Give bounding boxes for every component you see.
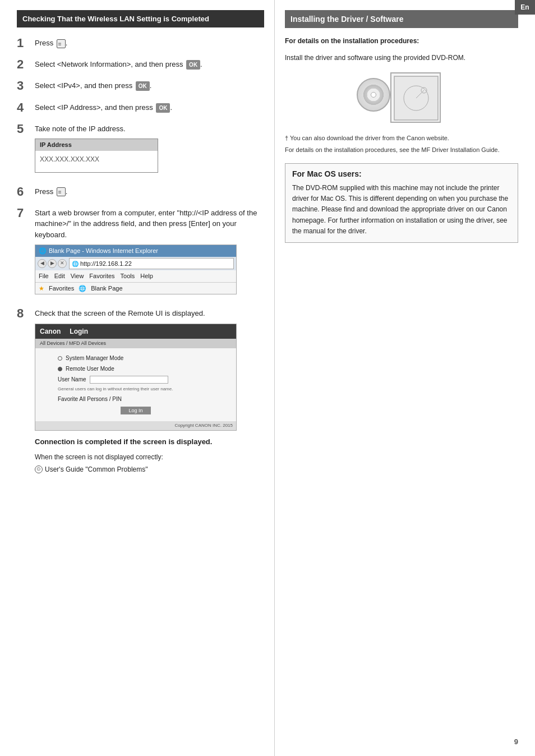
step-6-number: 6 [17, 185, 35, 199]
browser-back-btn: ◀ [38, 259, 47, 268]
remoteui-login-button[interactable]: Log In [121, 407, 150, 414]
browser-toolbar: ◀ ▶ ✕ 🌐 http://192.168.1.22 [35, 257, 236, 271]
step-8-content: Check that the screen of the Remote UI i… [35, 307, 264, 474]
step-8: 8 Check that the screen of the Remote UI… [17, 307, 264, 474]
left-column: Checking That the Wireless LAN Setting i… [0, 0, 275, 756]
step-1: 1 Press . [17, 36, 264, 50]
step-2-text: Select <Network Information>, and then p… [35, 60, 183, 68]
step-4-number: 4 [17, 101, 35, 114]
ok-btn-4: OK [156, 103, 170, 113]
left-section-header: Checking That the Wireless LAN Setting i… [17, 10, 264, 27]
remoteui-pin-row: Favorite All Persons / PIN [58, 395, 214, 403]
remoteui-system-manager-label: System Manager Mode [66, 354, 123, 362]
remoteui-pin-label: Favorite All Persons / PIN [58, 395, 122, 403]
remoteui-username-input [90, 376, 168, 384]
menu-icon-1 [57, 39, 66, 48]
step-3-content: Select <IPv4>, and then press OK. [35, 79, 264, 91]
browser-title-bar: 🌐 Blank Page - Windows Internet Explorer [35, 245, 236, 257]
install-subtitle-strong: For details on the installation procedur… [285, 37, 419, 45]
step-2-content: Select <Network Information>, and then p… [35, 58, 264, 70]
right-header-text: Installing the Driver / Software [290, 15, 404, 24]
dvd-disc [357, 78, 390, 112]
remoteui-login-heading: Login [70, 326, 88, 336]
step-3-number: 3 [17, 79, 35, 93]
step-7-number: 7 [17, 206, 35, 220]
step-1-text: Press [35, 39, 53, 47]
guide-reference: ⊙ User's Guide "Common Problems" [35, 464, 264, 474]
guide-ref-text: User's Guide "Common Problems" [45, 464, 148, 474]
step-6: 6 Press . [17, 185, 264, 199]
browser-title-text: Blank Page - Windows Internet Explorer [49, 246, 158, 256]
remoteui-username-label: User Name [58, 375, 86, 384]
step-4: 4 Select <IP Address>, and then press OK… [17, 101, 264, 114]
step-6-content: Press . [35, 185, 264, 197]
remoteui-body: System Manager Mode Remote User Mode Use… [35, 348, 236, 421]
remoteui-note: General users can log in without enterin… [58, 386, 214, 393]
install-subtitle: For details on the installation procedur… [285, 36, 518, 46]
browser-nav-buttons: ◀ ▶ ✕ [38, 259, 67, 268]
remoteui-radio-system [58, 356, 62, 361]
dvd-image [357, 70, 446, 126]
dagger-note: † You can also download the driver from … [285, 133, 518, 143]
browser-menu-tools: Tools [121, 271, 135, 281]
macos-text: The DVD-ROM supplied with this machine m… [292, 183, 511, 237]
step-7-text: Start a web browser from a computer, ent… [35, 209, 257, 239]
browser-url-text: http://192.168.1.22 [80, 259, 132, 269]
install-description: Install the driver and software using th… [285, 53, 518, 63]
browser-address-bar: 🌐 http://192.168.1.22 [69, 258, 234, 270]
not-displayed-note: When the screen is not displayed correct… [35, 452, 264, 462]
favorites-star-icon: ★ [39, 284, 44, 293]
menu-icon-6 [57, 187, 66, 196]
remoteui-row-system-manager: System Manager Mode [58, 354, 214, 362]
remoteui-brand: Canon [40, 326, 61, 336]
remoteui-subheader: All Devices / MFD All Devices [35, 339, 236, 349]
step-8-text: Check that the screen of the Remote UI i… [35, 309, 205, 317]
remote-ui-screenshot: Canon Login All Devices / MFD All Device… [35, 324, 237, 431]
step-4-text: Select <IP Address>, and then press [35, 103, 153, 112]
step-6-text: Press [35, 187, 53, 196]
step-5-content: Take note of the IP address. IP Address … [35, 122, 264, 177]
browser-menu-file: File [39, 271, 49, 281]
step-2: 2 Select <Network Information>, and then… [17, 58, 264, 71]
browser-favorites-bar: ★ Favorites 🌐 Blank Page [35, 283, 236, 294]
step-5-text: Take note of the IP address. [35, 125, 126, 133]
browser-menu-view: View [71, 271, 84, 281]
browser-screenshot: 🌐 Blank Page - Windows Internet Explorer… [35, 245, 237, 294]
remoteui-radio-remote [58, 367, 62, 371]
macos-box: For Mac OS users: The DVD-ROM supplied w… [285, 163, 518, 243]
step-1-content: Press . [35, 36, 264, 49]
ok-btn-3: OK [136, 81, 150, 91]
step-4-content: Select <IP Address>, and then press OK. [35, 101, 264, 113]
browser-menu-favorites: Favorites [89, 271, 114, 281]
step-2-number: 2 [17, 58, 35, 71]
connection-complete-note: Connection is completed if the screen is… [35, 436, 264, 448]
step-5: 5 Take note of the IP address. IP Addres… [17, 122, 264, 177]
ip-box-content: XXX.XXX.XXX.XXX [35, 151, 158, 172]
right-section-header: Installing the Driver / Software [285, 10, 518, 28]
dvd-box-svg [391, 73, 441, 123]
step-8-number: 8 [17, 307, 35, 320]
step-7: 7 Start a web browser from a computer, e… [17, 206, 264, 299]
browser-menu-bar: File Edit View Favorites Tools Help [35, 270, 236, 283]
left-header-text: Checking That the Wireless LAN Setting i… [22, 15, 209, 23]
dvd-disc-hole [371, 92, 376, 98]
browser-page-icon: 🌐 [39, 246, 47, 256]
en-tab: En [515, 0, 535, 15]
browser-blank-page-label: Blank Page [91, 284, 122, 293]
dvd-box [390, 72, 441, 123]
guide-ref-icon: ⊙ [35, 465, 43, 473]
step-3: 3 Select <IPv4>, and then press OK. [17, 79, 264, 93]
browser-stop-btn: ✕ [58, 259, 67, 268]
remoteui-remote-user-label: Remote User Mode [66, 365, 114, 373]
ok-btn-2: OK [186, 60, 200, 70]
macos-title: For Mac OS users: [292, 169, 511, 178]
browser-blank-page-icon: 🌐 [79, 284, 86, 293]
ip-address-box: IP Address XXX.XXX.XXX.XXX [35, 139, 158, 173]
remoteui-row-remote-user: Remote User Mode [58, 365, 214, 373]
page-number: 9 [514, 737, 518, 746]
browser-addr-icon: 🌐 [72, 260, 79, 268]
step-7-content: Start a web browser from a computer, ent… [35, 206, 264, 299]
right-column: Installing the Driver / Software For det… [275, 0, 535, 756]
step-1-number: 1 [17, 36, 35, 50]
ip-box-header: IP Address [35, 139, 158, 151]
